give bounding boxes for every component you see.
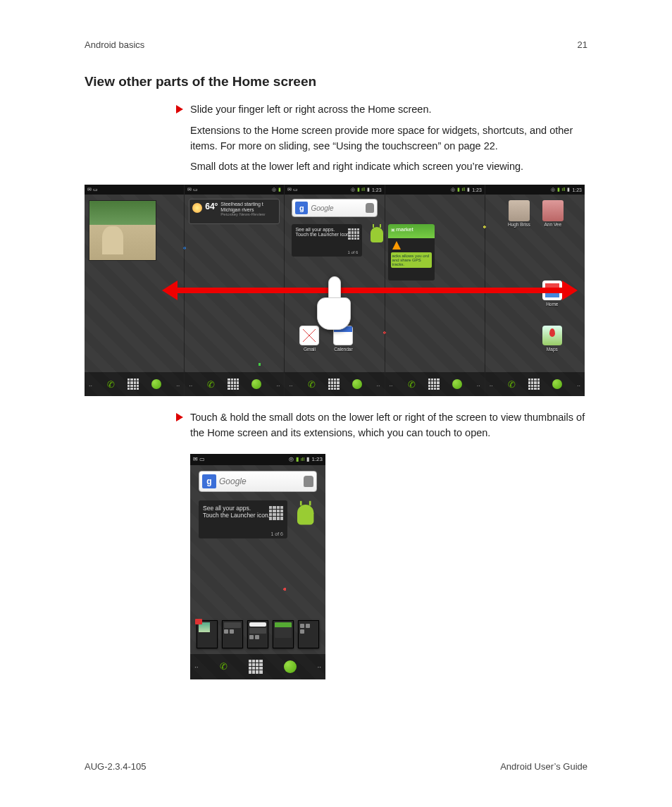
dock: ✆ ·· ·· (285, 372, 384, 396)
clock: 1:23 (372, 187, 382, 192)
battery-icon: ▮ (467, 187, 470, 192)
photo-widget[interactable] (89, 200, 156, 261)
tip-count: 1 of 6 (270, 531, 283, 536)
pager-dots-right[interactable]: ·· (477, 382, 480, 389)
figure-home-panorama: ✉ ▭ ✆ ·· ·· ✉ ▭ ◎▮ 64° (85, 185, 585, 396)
tip-bubble[interactable]: See all your apps. Touch the Launcher ic… (199, 500, 287, 538)
pager-dots-left[interactable]: ·· (490, 382, 493, 389)
gps-icon: ◎ (451, 187, 455, 192)
thumbnail-1[interactable] (197, 620, 218, 648)
launcher-icon[interactable] (127, 378, 139, 390)
browser-icon[interactable] (552, 379, 562, 389)
search-input[interactable] (311, 204, 362, 212)
launcher-icon[interactable] (328, 378, 340, 390)
pager-dots-left[interactable]: ·· (390, 382, 393, 389)
app-label: Gmail (297, 347, 321, 352)
mic-icon[interactable] (366, 203, 374, 213)
mail-icon: ✉ ▭ (287, 187, 298, 192)
tip-bubble[interactable]: See all your apps. Touch the Launcher ic… (292, 224, 362, 257)
market-title: market (396, 226, 413, 233)
mail-icon: ✉ ▭ (187, 187, 198, 192)
browser-icon[interactable] (452, 379, 462, 389)
para-2: Small dots at the lower left and right i… (190, 159, 587, 175)
header-left: Android basics (85, 39, 144, 50)
status-bar: ✉ ▭ ◎▮ ıll▮1:23 (285, 185, 384, 195)
status-bar: ✉ ▭ ◎▮ (185, 185, 284, 195)
browser-icon[interactable] (151, 379, 161, 389)
search-input[interactable] (219, 476, 301, 486)
launcher-icon[interactable] (528, 378, 540, 390)
launcher-icon[interactable] (228, 378, 239, 390)
dock: ✆ ·· ·· (185, 372, 284, 396)
clock: 1:23 (472, 187, 482, 192)
browser-icon[interactable] (352, 379, 362, 389)
weather-source: Petoskey News-Review (220, 212, 265, 217)
dock: ✆ ·· ·· (385, 372, 485, 396)
pager-dots-left[interactable]: ·· (89, 382, 92, 389)
battery-icon: ▮ (567, 187, 570, 192)
signal-icon: ▮ (278, 187, 281, 192)
dock: ✆ ·· ·· (485, 372, 585, 396)
phone-icon[interactable]: ✆ (508, 379, 516, 390)
pager-dots-left[interactable]: ·· (289, 382, 292, 389)
thumbnail-5[interactable] (298, 620, 319, 648)
contact-ann[interactable]: Ann Vee (540, 200, 566, 227)
sun-icon (192, 203, 202, 213)
pager-dots-right[interactable]: ·· (276, 382, 280, 389)
contact-hugh[interactable]: Hugh Briss (506, 200, 532, 227)
phone-icon[interactable]: ✆ (107, 379, 115, 390)
signal-icon: ▮ ıll (296, 456, 304, 462)
shortcut-home[interactable]: Home (540, 281, 564, 307)
pager-dots-left[interactable]: ·· (189, 382, 192, 389)
browser-icon[interactable] (284, 660, 297, 673)
weather-news-2: Michigan rivers (220, 207, 265, 213)
signal-icon: ▮ ıll (557, 187, 565, 192)
launcher-icon[interactable] (428, 378, 440, 390)
dock: ✆ ·· ·· (85, 372, 184, 396)
shortcut-maps[interactable]: Maps (540, 326, 564, 352)
swipe-arrow-icon (176, 288, 564, 293)
phone-icon[interactable]: ✆ (408, 379, 416, 390)
thumbnail-2[interactable] (222, 620, 243, 648)
search-widget[interactable]: g (199, 471, 317, 492)
bullet-2: Touch & hold the small dots on the lower… (190, 410, 587, 441)
market-tagline: acks allows you ord and share GPS tracks… (391, 252, 432, 268)
phone-icon[interactable]: ✆ (207, 379, 215, 390)
launcher-icon[interactable] (249, 660, 263, 674)
home-thumbnails-row (196, 620, 320, 648)
android-mascot-icon (297, 505, 313, 525)
signal-icon: ▮ ıll (357, 187, 365, 192)
gps-icon: ◎ (272, 187, 276, 192)
browser-icon[interactable] (251, 379, 261, 389)
thumbnail-3[interactable] (247, 620, 268, 648)
pager-dots-right[interactable]: ·· (317, 663, 321, 671)
launcher-mini-icon (269, 506, 283, 520)
page-footer: AUG-2.3.4-105 Android User’s Guide (85, 761, 587, 772)
mail-icon: ✉ ▭ (87, 187, 98, 192)
weather-news-1: Steelhead starting t (220, 202, 265, 207)
header-page-number: 21 (578, 39, 587, 50)
phone-icon[interactable]: ✆ (220, 661, 228, 672)
page-header: Android basics 21 (85, 39, 587, 50)
contact-label: Ann Vee (540, 222, 566, 227)
gps-icon: ◎ (351, 187, 355, 192)
gmail-badge-icon (195, 619, 202, 624)
pager-dots-right[interactable]: ·· (176, 382, 180, 389)
hand-pointer-icon (310, 276, 352, 333)
pager-dots-right[interactable]: ·· (577, 382, 580, 389)
market-widget[interactable]: ▣ market acks allows you ord and share G… (388, 224, 435, 281)
search-widget[interactable]: g (292, 199, 377, 217)
status-bar: ◎▮ ıll▮1:23 (385, 185, 485, 195)
thumbnail-4[interactable] (273, 620, 294, 648)
battery-icon: ▮ (306, 456, 309, 462)
mic-icon[interactable] (304, 476, 313, 487)
pager-dots-right[interactable]: ·· (377, 382, 380, 389)
phone-icon[interactable]: ✆ (308, 379, 316, 390)
weather-widget[interactable]: 64° Steelhead starting t Michigan rivers… (189, 199, 280, 224)
dock: ✆ ·· ·· (190, 654, 325, 679)
body-block-2: Touch & hold the small dots on the lower… (176, 410, 587, 441)
clock: 1:23 (572, 187, 582, 192)
figure-home-thumbnails: ✉ ▭ ◎▮ ıll▮1:23 g See all your apps. Tou… (190, 454, 325, 679)
clock: 1:23 (311, 456, 323, 462)
pager-dots-left[interactable]: ·· (194, 663, 199, 671)
